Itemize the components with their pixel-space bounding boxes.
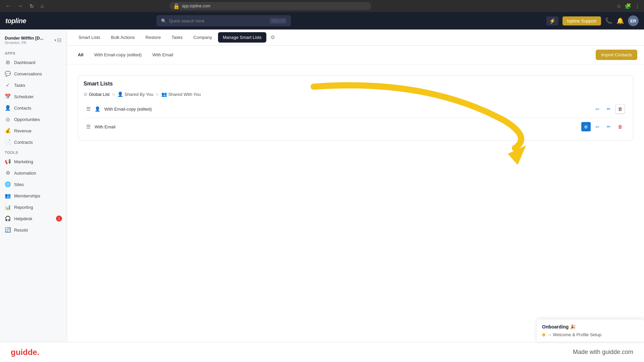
url-text: app.topline.com — [182, 4, 210, 8]
filter-all[interactable]: All — [74, 51, 88, 59]
delete-button-2[interactable]: 🗑 — [615, 122, 625, 131]
search-placeholder: Quick search here — [169, 18, 267, 23]
conversations-icon: 💬 — [5, 71, 11, 77]
search-bar[interactable]: 🔍 Quick search here Ctrl + K — [157, 15, 291, 26]
onboarding-title: Onboarding 🎉 — [542, 324, 639, 329]
sidebar-item-label: Resold — [14, 228, 28, 233]
sidebar-toggle-btn[interactable]: ⊟ — [56, 36, 62, 44]
helpdesk-icon: 🎧 — [5, 216, 11, 222]
extension-icon[interactable]: 🧩 — [625, 3, 631, 9]
settings-gear-icon[interactable]: ⚙ — [270, 34, 275, 41]
sites-icon: 🌐 — [5, 181, 11, 187]
automation-icon: ⚙ — [5, 170, 11, 176]
guidde-tagline: Made with guidde.com — [573, 349, 633, 356]
avatar[interactable]: ER — [628, 15, 639, 26]
workspace-header: Dunder Mifflin [D... Scranton, PA ▾ ⊟ — [0, 34, 67, 49]
guidde-logo: guidde. — [11, 348, 39, 357]
copy-button-2[interactable]: ⊕ — [581, 122, 591, 131]
sidebar-item-resold[interactable]: 🔄 Resold — [0, 224, 67, 236]
list-tab-shared-with-you[interactable]: 👥 Shared With You — [161, 92, 201, 97]
smart-lists-section: Smart Lists ⊙ Global List > 👤 Shared By … — [78, 75, 633, 140]
scheduler-icon: 📅 — [5, 94, 11, 100]
list-tab-shared-by-you[interactable]: 👤 Shared By You — [117, 92, 153, 97]
resold-icon: 🔄 — [5, 227, 11, 233]
browser-forward-btn[interactable]: → — [16, 2, 24, 10]
sidebar-item-label: Memberships — [14, 193, 40, 198]
sidebar-item-sites[interactable]: 🌐 Sites — [0, 179, 67, 190]
tasks-icon: ✓ — [5, 82, 11, 88]
sidebar: Dunder Mifflin [D... Scranton, PA ▾ ⊟ Ap… — [0, 29, 67, 342]
guidde-footer: guidde. Made with guidde.com — [0, 342, 644, 362]
filter-with-email[interactable]: With Email — [148, 51, 177, 59]
browser-bar: ← → ↻ ⌂ 🔒 app.topline.com ☆ 🧩 ⋮ — [0, 0, 644, 12]
sidebar-item-automation[interactable]: ⚙ Automation — [0, 167, 67, 179]
nav-right: ⚡ topline Support 📞 🔔 ER — [546, 15, 639, 26]
shared-with-you-icon: 👥 — [161, 92, 167, 97]
sidebar-item-contacts[interactable]: 👤 Contacts — [0, 102, 67, 114]
list-divider — [84, 118, 628, 118]
menu-icon[interactable]: ⋮ — [635, 3, 640, 9]
sidebar-item-marketing[interactable]: 📢 Marketing — [0, 156, 67, 167]
sidebar-item-label: Conversations — [14, 71, 42, 76]
browser-right-icons: ☆ 🧩 ⋮ — [616, 3, 640, 9]
edit-button-1[interactable]: ✏ — [604, 104, 613, 114]
sidebar-item-label: Tasks — [14, 83, 25, 88]
sidebar-item-memberships[interactable]: 👥 Memberships — [0, 190, 67, 201]
onboarding-title-text: Onboarding 🎉 — [542, 324, 576, 329]
sidebar-item-dashboard[interactable]: ⊞ Dashboard — [0, 57, 67, 68]
list-tab-global[interactable]: ⊙ Global List — [84, 92, 109, 97]
phone-icon-btn[interactable]: 📞 — [605, 17, 612, 24]
share-button-2[interactable]: ⇦ — [593, 122, 602, 131]
edit-button-2[interactable]: ✏ — [604, 122, 613, 131]
dashboard-icon: ⊞ — [5, 59, 11, 65]
share-button-1[interactable]: ⇦ — [593, 104, 602, 114]
memberships-icon: 👥 — [5, 193, 11, 199]
list-row-2: ☰ With Email ⊕ ⇦ ✏ 🗑 — [84, 119, 628, 135]
url-bar[interactable]: 🔒 app.topline.com — [170, 2, 371, 10]
smart-lists-title: Smart Lists — [84, 81, 628, 87]
support-button[interactable]: topline Support — [562, 16, 601, 25]
browser-home-btn[interactable]: ⌂ — [39, 2, 45, 10]
tab-bulk-actions[interactable]: Bulk Actions — [106, 32, 140, 43]
top-nav: topline 🔍 Quick search here Ctrl + K ⚡ t… — [0, 12, 644, 29]
tab-restore[interactable]: Restore — [141, 32, 166, 43]
onboarding-link[interactable]: → Welcome & Profile Setup — [542, 332, 639, 337]
import-contacts-button[interactable]: Import Contacts — [596, 50, 637, 60]
tab-manage-smart-lists[interactable]: Manage Smart Lists — [218, 32, 266, 43]
tab-company[interactable]: Company — [189, 32, 217, 43]
list-row-actions-1: ⇦ ✏ 🗑 — [593, 104, 625, 114]
delete-button-1[interactable]: 🗑 — [615, 104, 625, 114]
sidebar-item-tasks[interactable]: ✓ Tasks — [0, 79, 67, 91]
lightning-button[interactable]: ⚡ — [546, 16, 558, 25]
star-icon[interactable]: ☆ — [616, 3, 621, 9]
sidebar-item-label: Automation — [14, 171, 36, 176]
lock-icon: 🔒 — [173, 3, 180, 9]
sidebar-item-opportunities[interactable]: ◎ Opportunities — [0, 114, 67, 125]
tools-section-label: Tools — [0, 148, 67, 156]
sidebar-item-label: Dashboard — [14, 60, 36, 65]
browser-back-btn[interactable]: ← — [4, 2, 12, 10]
sidebar-item-revenue[interactable]: 💰 Revenue — [0, 125, 67, 136]
notification-bell-btn[interactable]: 🔔 — [616, 17, 624, 24]
list-row-name-2: With Email — [95, 124, 577, 129]
list-row-actions-2: ⊕ ⇦ ✏ 🗑 — [581, 122, 625, 131]
sidebar-item-reporting[interactable]: 📊 Reporting — [0, 201, 67, 213]
tab-smart-lists[interactable]: Smart Lists — [74, 32, 105, 43]
list-row-1: ☰ 👤 With Email-copy (edited) ⇦ ✏ 🗑 — [84, 101, 628, 117]
main-area: Dunder Mifflin [D... Scranton, PA ▾ ⊟ Ap… — [0, 29, 644, 342]
sidebar-item-label: Scheduler — [14, 94, 34, 99]
browser-refresh-btn[interactable]: ↻ — [28, 2, 35, 11]
contacts-icon: 👤 — [5, 105, 11, 111]
tab-tasks[interactable]: Tasks — [167, 32, 187, 43]
sidebar-item-conversations[interactable]: 💬 Conversations — [0, 68, 67, 79]
content-area: Smart Lists Bulk Actions Restore Tasks C… — [67, 29, 644, 342]
contracts-icon: 📄 — [5, 139, 11, 145]
sidebar-item-scheduler[interactable]: 📅 Scheduler — [0, 91, 67, 102]
sidebar-item-label: Contacts — [14, 106, 31, 111]
sidebar-item-label: Reporting — [14, 205, 33, 210]
filter-email-copy[interactable]: With Email-copy (edited) — [90, 51, 146, 59]
app-wrapper: topline 🔍 Quick search here Ctrl + K ⚡ t… — [0, 12, 644, 342]
sidebar-item-helpdesk[interactable]: 🎧 Helpdesk 1 — [0, 213, 67, 224]
shared-by-you-icon: 👤 — [117, 92, 123, 97]
sidebar-item-contracts[interactable]: 📄 Contracts — [0, 136, 67, 148]
